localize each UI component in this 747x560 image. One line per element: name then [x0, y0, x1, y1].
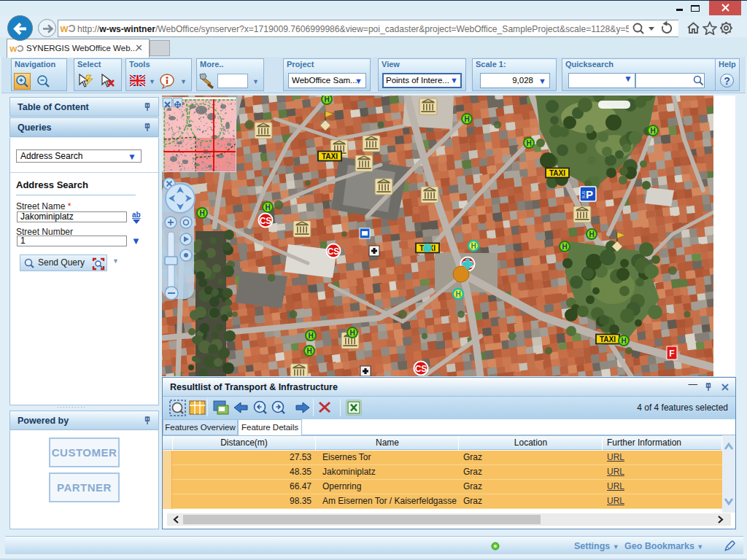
svg-text:ab: ab [132, 211, 141, 219]
svg-text:F: F [669, 349, 674, 359]
svg-text:P: P [586, 188, 593, 201]
svg-text:BUS: BUS [581, 190, 586, 198]
